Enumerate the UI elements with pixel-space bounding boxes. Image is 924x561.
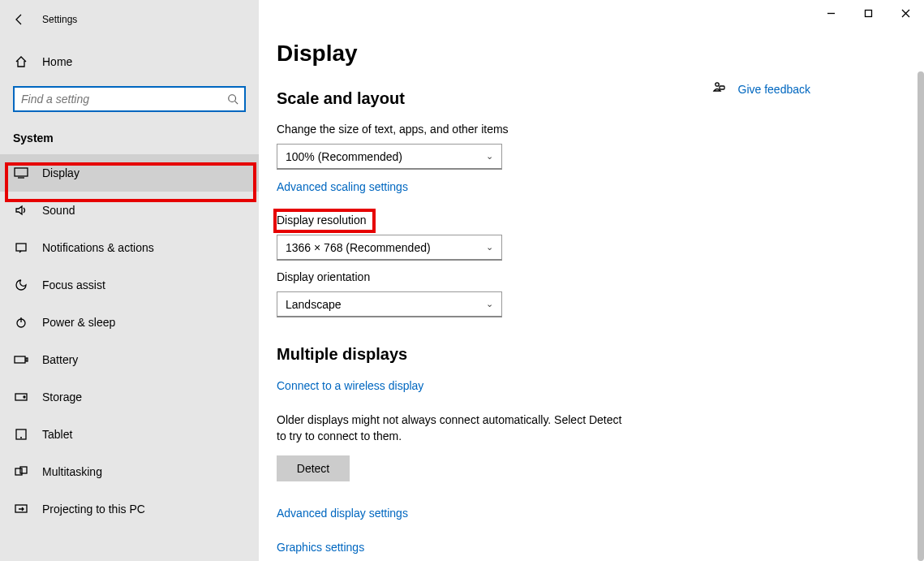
sidebar-item-multitasking[interactable]: Multitasking: [0, 453, 259, 490]
sidebar-item-label: Projecting to this PC: [42, 503, 145, 516]
scale-value: 100% (Recommended): [286, 150, 402, 163]
sidebar-item-notifications[interactable]: Notifications & actions: [0, 229, 259, 266]
svg-rect-9: [15, 468, 22, 475]
feedback-link[interactable]: Give feedback: [712, 81, 811, 97]
sidebar-item-label: Storage: [42, 391, 82, 403]
tablet-icon: [13, 429, 29, 440]
svg-point-13: [715, 83, 718, 86]
home-label: Home: [42, 55, 72, 68]
sidebar-item-label: Tablet: [42, 428, 72, 441]
sidebar-item-display[interactable]: Display: [0, 154, 259, 192]
svg-rect-12: [865, 10, 871, 16]
multitasking-icon: [13, 466, 29, 477]
resolution-label: Display resolution: [277, 214, 924, 227]
search-icon: [221, 93, 244, 105]
wireless-display-link[interactable]: Connect to a wireless display: [277, 379, 423, 392]
maximize-button[interactable]: [849, 0, 887, 26]
minimize-button[interactable]: [812, 0, 849, 26]
search-input[interactable]: [15, 93, 221, 106]
sidebar: Settings Home System Display Sound: [0, 0, 259, 561]
power-icon: [13, 316, 29, 329]
sidebar-item-projecting[interactable]: Projecting to this PC: [0, 490, 259, 528]
orientation-value: Landscape: [286, 298, 342, 311]
detect-button[interactable]: Detect: [277, 455, 350, 481]
sidebar-item-tablet[interactable]: Tablet: [0, 416, 259, 453]
scale-dropdown[interactable]: 100% (Recommended) ⌄: [277, 144, 502, 170]
scrollbar[interactable]: [918, 71, 924, 561]
focus-icon: [13, 278, 29, 291]
chevron-down-icon: ⌄: [486, 299, 493, 309]
close-button[interactable]: [887, 0, 924, 26]
sidebar-item-label: Sound: [42, 204, 75, 217]
sidebar-home[interactable]: Home: [0, 45, 259, 78]
sidebar-item-battery[interactable]: Battery: [0, 341, 259, 378]
chevron-down-icon: ⌄: [486, 151, 493, 162]
main-panel: Display Scale and layout Change the size…: [259, 0, 924, 561]
chevron-down-icon: ⌄: [486, 242, 493, 252]
sound-icon: [13, 204, 29, 217]
sidebar-item-label: Multitasking: [42, 465, 102, 478]
svg-point-7: [24, 396, 25, 398]
sidebar-item-sound[interactable]: Sound: [0, 192, 259, 229]
svg-rect-1: [15, 168, 28, 176]
page-title: Display: [277, 41, 924, 67]
graphics-link[interactable]: Graphics settings: [277, 541, 364, 554]
sidebar-item-label: Battery: [42, 353, 78, 366]
scale-label: Change the size of text, apps, and other…: [277, 123, 924, 136]
display-icon: [13, 167, 29, 179]
sidebar-item-label: Notifications & actions: [42, 241, 154, 254]
svg-rect-4: [15, 356, 25, 363]
svg-rect-14: [720, 86, 724, 89]
resolution-dropdown[interactable]: 1366 × 768 (Recommended) ⌄: [277, 235, 502, 261]
feedback-icon: [712, 81, 725, 97]
notifications-icon: [13, 241, 29, 254]
search-box[interactable]: [13, 86, 246, 112]
svg-rect-5: [26, 358, 28, 361]
detect-hint: Older displays might not always connect …: [277, 412, 634, 444]
svg-rect-10: [20, 467, 27, 473]
app-title: Settings: [42, 14, 77, 25]
battery-icon: [13, 355, 29, 365]
home-icon: [13, 55, 29, 68]
resolution-value: 1366 × 768 (Recommended): [286, 241, 431, 254]
sidebar-item-label: Power & sleep: [42, 316, 115, 329]
sidebar-item-focus[interactable]: Focus assist: [0, 266, 259, 304]
orientation-dropdown[interactable]: Landscape ⌄: [277, 291, 502, 317]
adv-scaling-link[interactable]: Advanced scaling settings: [277, 180, 408, 193]
sidebar-item-label: Display: [42, 166, 80, 179]
orientation-label: Display orientation: [277, 270, 924, 283]
sidebar-item-power[interactable]: Power & sleep: [0, 304, 259, 341]
svg-point-0: [229, 95, 236, 102]
feedback-label[interactable]: Give feedback: [738, 83, 811, 96]
section-header: System: [13, 132, 259, 145]
sidebar-item-label: Focus assist: [42, 278, 105, 291]
projecting-icon: [13, 503, 29, 515]
svg-rect-2: [16, 244, 26, 251]
adv-display-link[interactable]: Advanced display settings: [277, 507, 408, 520]
sidebar-item-storage[interactable]: Storage: [0, 378, 259, 416]
storage-icon: [13, 392, 29, 402]
multiple-heading: Multiple displays: [277, 345, 924, 364]
back-button[interactable]: [0, 0, 39, 39]
scale-heading: Scale and layout: [277, 89, 924, 108]
